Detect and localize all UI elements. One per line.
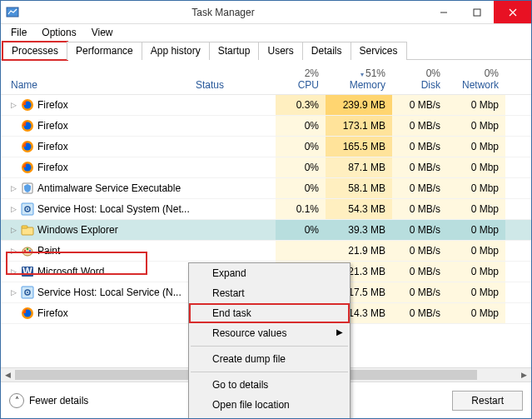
cell-network: 0 Mbp — [447, 220, 505, 240]
header-name[interactable]: Name — [1, 79, 192, 94]
cell-memory: 239.9 MB — [326, 95, 392, 115]
svg-point-22 — [29, 250, 31, 252]
scroll-left-button[interactable]: ◀ — [1, 368, 15, 382]
header-cpu[interactable]: 2%CPU — [276, 66, 326, 94]
table-row[interactable]: Firefox0%165.5 MB0 MB/s0 Mbp — [1, 137, 531, 157]
cell-cpu: 0% — [276, 137, 326, 157]
header-memory[interactable]: ▾51%Memory — [326, 66, 392, 94]
tab-services[interactable]: Services — [351, 42, 407, 60]
tab-app-history[interactable]: App history — [142, 42, 210, 60]
cell-disk: 0 MB/s — [392, 282, 447, 302]
header-disk[interactable]: 0%Disk — [392, 66, 447, 94]
maximize-button[interactable] — [460, 1, 494, 23]
menu-item-resource-values[interactable]: Resource values▶ — [189, 323, 350, 343]
cell-network: 0 Mbp — [447, 262, 505, 282]
cell-network: 0 Mbp — [447, 199, 505, 219]
menu-item-expand[interactable]: Expand — [189, 263, 350, 283]
cell-network: 0 Mbp — [447, 116, 505, 136]
menu-item-end-task[interactable]: End task — [189, 303, 350, 323]
menu-file[interactable]: File — [4, 25, 33, 40]
close-button[interactable] — [494, 1, 531, 23]
cell-network: 0 Mbp — [447, 303, 505, 323]
process-name: Paint — [37, 245, 60, 257]
app-icon — [6, 6, 19, 19]
cell-name: Firefox — [1, 119, 192, 132]
tabs: Processes Performance App history Startu… — [1, 41, 531, 60]
tab-startup[interactable]: Startup — [209, 42, 260, 60]
table-row[interactable]: Firefox0%87.1 MB0 MB/s0 Mbp — [1, 157, 531, 178]
tab-performance[interactable]: Performance — [67, 42, 142, 60]
expand-icon[interactable]: ▷ — [9, 184, 17, 192]
fewer-details-toggle[interactable]: ˄ Fewer details — [9, 393, 88, 408]
cell-name: Firefox — [1, 140, 192, 153]
menu-item-restart[interactable]: Restart — [189, 283, 350, 303]
scroll-right-button[interactable]: ▶ — [517, 368, 531, 382]
cell-disk: 0 MB/s — [392, 95, 447, 115]
tab-users[interactable]: Users — [258, 42, 302, 60]
cell-name: ▷Antimalware Service Executable — [1, 182, 192, 195]
expand-icon[interactable]: ▷ — [9, 247, 17, 255]
expand-icon[interactable]: ▷ — [9, 101, 17, 109]
expand-icon[interactable]: ▷ — [9, 205, 17, 213]
header-network[interactable]: 0%Network — [447, 66, 505, 94]
expand-icon[interactable]: ▷ — [9, 267, 17, 276]
svg-rect-18 — [22, 226, 27, 228]
cell-name: ▷Paint — [1, 244, 192, 257]
cell-cpu: 0% — [276, 116, 326, 136]
cell-cpu: 0.1% — [276, 199, 326, 219]
cell-disk: 0 MB/s — [392, 137, 447, 157]
header-status[interactable]: Status — [192, 79, 276, 94]
table-row[interactable]: ▷Service Host: Local System (Net...0.1%5… — [1, 199, 531, 220]
cell-memory: 21.9 MB — [326, 241, 392, 261]
firefox-icon — [21, 161, 34, 174]
svg-point-21 — [27, 248, 28, 250]
process-name: Firefox — [37, 120, 68, 132]
cell-network: 0 Mbp — [447, 178, 505, 198]
restart-button[interactable]: Restart — [452, 391, 523, 411]
table-row[interactable]: ▷Paint21.9 MB0 MB/s0 Mbp — [1, 241, 531, 262]
cell-memory: 39.3 MB — [326, 220, 392, 240]
svg-text:W: W — [22, 266, 32, 277]
cell-memory: 87.1 MB — [326, 157, 392, 177]
svg-point-27 — [27, 292, 28, 293]
menu-item-search-online[interactable]: Search online — [189, 415, 350, 419]
tab-details[interactable]: Details — [302, 42, 351, 60]
cell-disk: 0 MB/s — [392, 303, 447, 323]
cell-disk: 0 MB/s — [392, 262, 447, 282]
paint-icon — [21, 244, 34, 257]
column-headers: Name Status 2%CPU ▾51%Memory 0%Disk 0%Ne… — [1, 60, 531, 95]
cell-name: Firefox — [1, 307, 192, 320]
cell-network: 0 Mbp — [447, 241, 505, 261]
shield-icon — [21, 182, 34, 195]
cell-network: 0 Mbp — [447, 157, 505, 177]
table-row[interactable]: Firefox0%173.1 MB0 MB/s0 Mbp — [1, 116, 531, 137]
firefox-icon — [21, 119, 34, 132]
menu-item-open-file-location[interactable]: Open file location — [189, 395, 350, 415]
expand-icon[interactable]: ▷ — [9, 226, 17, 234]
menu-item-go-to-details[interactable]: Go to details — [189, 375, 350, 395]
cell-memory: 165.5 MB — [326, 137, 392, 157]
table-row[interactable]: ▷Windows Explorer0%39.3 MB0 MB/s0 Mbp — [1, 220, 531, 241]
menu-view[interactable]: View — [85, 25, 120, 40]
cell-disk: 0 MB/s — [392, 178, 447, 198]
expand-icon[interactable]: ▷ — [9, 288, 17, 297]
titlebar: Task Manager — [1, 1, 531, 24]
gear-icon — [21, 286, 34, 299]
chevron-up-icon: ˄ — [9, 393, 24, 408]
cell-name: ▷Windows Explorer — [1, 223, 192, 237]
process-name: Firefox — [37, 307, 68, 319]
minimize-button[interactable] — [427, 1, 460, 23]
process-name: Service Host: Local Service (N... — [37, 287, 181, 298]
menu-item-create-dump-file[interactable]: Create dump file — [189, 349, 350, 369]
svg-point-20 — [24, 250, 26, 252]
word-icon: W — [21, 265, 34, 278]
menu-options[interactable]: Options — [35, 25, 82, 40]
cell-cpu — [276, 241, 326, 261]
table-row[interactable]: ▷Antimalware Service Executable0%58.1 MB… — [1, 178, 531, 199]
table-row[interactable]: ▷Firefox0.3%239.9 MB0 MB/s0 Mbp — [1, 95, 531, 116]
tab-processes[interactable]: Processes — [2, 42, 67, 60]
window-controls — [427, 1, 531, 23]
sort-indicator-icon: ▾ — [360, 71, 364, 78]
cell-network: 0 Mbp — [447, 95, 505, 115]
cell-disk: 0 MB/s — [392, 157, 447, 177]
